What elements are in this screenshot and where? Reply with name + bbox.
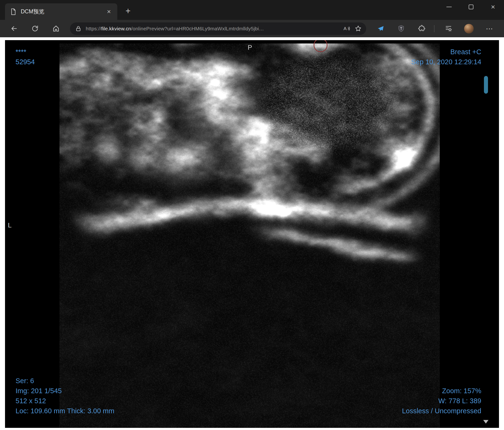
mri-image[interactable] (60, 44, 440, 428)
extension-icon-blue[interactable] (374, 22, 387, 35)
overlay-line: 52954 (16, 57, 35, 67)
new-tab-button[interactable]: + (122, 5, 134, 17)
refresh-button[interactable] (28, 22, 42, 35)
overlay-top-right: Breast +C Sep 10, 2020 12:29:14 (411, 47, 481, 67)
overlay-bottom-left: Ser: 6 Img: 201 1/545 512 x 512 Loc: 109… (16, 376, 114, 416)
minimize-button[interactable] (438, 0, 460, 14)
titlebar: DCM预览 × + × (0, 0, 504, 20)
scroll-down-arrow-icon[interactable] (483, 420, 488, 423)
dicom-viewer: **** 52954 Breast +C Sep 10, 2020 12:29:… (5, 40, 499, 428)
browser-window: DCM预览 × + × https://file.kkview.cn/onlin… (0, 0, 504, 430)
overlay-line: Zoom: 157% (402, 386, 481, 396)
toolbar-separator (434, 25, 434, 32)
tab-close-icon[interactable]: × (104, 7, 114, 17)
page-content: **** 52954 Breast +C Sep 10, 2020 12:29:… (0, 37, 504, 430)
maximize-button[interactable] (460, 0, 482, 14)
scrollbar-thumb[interactable] (484, 76, 488, 94)
maximize-icon (469, 5, 473, 9)
favorites-hub-icon[interactable] (442, 22, 455, 35)
overlay-line: Ser: 6 (16, 376, 114, 386)
back-button[interactable] (7, 22, 20, 35)
overlay-top-left: **** 52954 (16, 47, 35, 67)
extensions-puzzle-icon[interactable] (415, 22, 428, 35)
overlay-line: Loc: 109.60 mm Thick: 3.00 mm (16, 406, 114, 416)
profile-button[interactable] (462, 22, 476, 35)
overlay-line: 512 x 512 (16, 396, 114, 406)
overlay-line: Img: 201 1/545 (16, 386, 114, 396)
navigation-toolbar: https://file.kkview.cn/onlinePreview?url… (0, 20, 504, 37)
orientation-marker-left: L (8, 222, 12, 229)
overlay-bottom-right: Zoom: 157% W: 778 L: 389 Lossless / Unco… (402, 386, 481, 416)
lock-icon[interactable] (75, 26, 81, 32)
tab-title: DCM预览 (21, 8, 104, 15)
overlay-line: W: 778 L: 389 (402, 396, 481, 406)
minimize-icon (446, 7, 452, 7)
home-button[interactable] (49, 22, 63, 35)
overlay-line: Lossless / Uncompressed (402, 406, 481, 416)
favorites-star-button[interactable] (352, 23, 364, 34)
url-path: /onlinePreview?url=aHR0cHM6Ly9maWxlLmtrd… (131, 26, 264, 31)
orientation-marker-posterior: P (248, 44, 252, 51)
url-domain: file.kkview.cn (101, 26, 131, 31)
overlay-line: **** (16, 47, 35, 57)
close-button[interactable]: × (482, 0, 504, 14)
url-text: https://file.kkview.cn/onlinePreview?url… (86, 26, 341, 32)
document-icon (10, 8, 17, 15)
svg-text:A: A (343, 26, 347, 31)
url-scheme: https:// (86, 26, 101, 31)
overlay-line: Sep 10, 2020 12:29:14 (411, 57, 481, 67)
window-controls: × (438, 0, 504, 14)
avatar (464, 24, 474, 34)
browser-tab[interactable]: DCM预览 × (5, 3, 117, 20)
overlay-line: Breast +C (411, 47, 481, 57)
address-bar[interactable]: https://file.kkview.cn/onlinePreview?url… (70, 22, 366, 35)
extension-icon-shield[interactable] (394, 22, 408, 35)
read-aloud-button[interactable]: A (341, 23, 352, 34)
settings-more-button[interactable]: ⋯ (483, 22, 496, 35)
